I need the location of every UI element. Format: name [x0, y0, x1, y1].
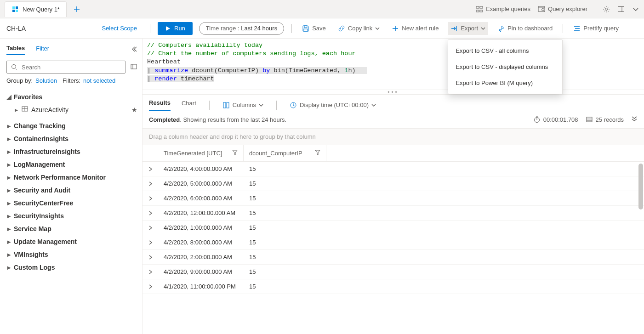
- export-csv-displayed[interactable]: Export to CSV - displayed columns: [448, 59, 562, 75]
- results-tab[interactable]: Results: [149, 99, 171, 111]
- settings-button[interactable]: [603, 6, 610, 13]
- export-label: Export: [461, 25, 478, 32]
- grid-header: TimeGenerated [UTC] dcount_ComputerIP: [142, 145, 644, 162]
- expand-row-button[interactable]: [142, 255, 158, 260]
- export-csv-all[interactable]: Export to CSV - all columns: [448, 43, 562, 59]
- sidebar-tab-filter[interactable]: Filter: [36, 45, 49, 55]
- expand-row-button[interactable]: [142, 167, 158, 171]
- sidebar-category[interactable]: ▸Network Performance Monitor: [6, 171, 137, 184]
- time-range-picker[interactable]: Time range : Last 24 hours: [199, 22, 284, 35]
- expand-row-button[interactable]: [142, 226, 158, 230]
- table-row[interactable]: 4/1/2020, 11:00:00.000 PM15: [142, 279, 644, 294]
- pin-button[interactable]: Pin to dashboard: [495, 22, 555, 35]
- pin-icon: [497, 25, 505, 32]
- sidebar-category[interactable]: ▸Security and Audit: [6, 184, 137, 197]
- query-editor[interactable]: // Computers availability today // Chart…: [142, 39, 644, 90]
- filters-value[interactable]: not selected: [83, 77, 115, 84]
- expand-row-button[interactable]: [142, 196, 158, 201]
- export-powerbi[interactable]: Export to Power BI (M query): [448, 75, 562, 91]
- chevron-down-double-icon: [631, 115, 638, 122]
- favorites-section[interactable]: ◢ Favorites: [6, 91, 137, 102]
- group-by-drop-zone[interactable]: Drag a column header and drop it here to…: [142, 129, 644, 145]
- sidebar-tab-tables[interactable]: Tables: [6, 45, 25, 55]
- sidebar-category[interactable]: ▸LogManagement: [6, 158, 137, 171]
- panel-button[interactable]: [617, 6, 625, 13]
- columns-icon: [222, 102, 230, 109]
- star-icon[interactable]: ★: [131, 106, 137, 113]
- examples-icon: [476, 6, 483, 13]
- expand-row-button[interactable]: [142, 284, 158, 289]
- chevron-down-icon: [481, 26, 485, 31]
- table-row[interactable]: 4/2/2020, 5:00:00.000 AM15: [142, 176, 644, 191]
- expand-row-button[interactable]: [142, 211, 158, 215]
- sidebar-category[interactable]: ▸Custom Logs: [6, 261, 137, 274]
- table-row[interactable]: 4/2/2020, 9:00:00.000 AM15: [142, 265, 644, 279]
- column-header-value[interactable]: dcount_ComputerIP: [244, 145, 326, 161]
- run-button[interactable]: Run: [158, 22, 193, 35]
- export-button[interactable]: Export: [448, 22, 488, 35]
- caret-right-icon: ▸: [6, 161, 11, 168]
- svg-rect-3: [16, 10, 18, 12]
- sidebar-category[interactable]: ▸Service Map: [6, 222, 137, 235]
- table-row[interactable]: 4/2/2020, 6:00:00.000 AM15: [142, 191, 644, 206]
- prettify-button[interactable]: Prettify query: [570, 22, 621, 35]
- collapse-sidebar-button[interactable]: [131, 46, 137, 54]
- favorites-label: Favorites: [14, 93, 42, 101]
- sidebar-category[interactable]: ▸VMInsights: [6, 248, 137, 261]
- example-queries-button[interactable]: Example queries: [476, 6, 530, 13]
- example-queries-label: Example queries: [486, 6, 530, 12]
- status-text: . Showing results from the last 24 hours…: [180, 116, 286, 123]
- export-icon: [450, 25, 458, 32]
- preview-icon: [130, 63, 137, 70]
- select-scope-link[interactable]: Select Scope: [102, 25, 137, 32]
- cell-value: 15: [244, 268, 326, 275]
- favorite-item[interactable]: ▸ AzureActivity ★: [14, 102, 137, 117]
- filter-icon[interactable]: [315, 150, 320, 157]
- display-time-button[interactable]: Display time (UTC+00:00): [290, 102, 376, 109]
- separator: [595, 5, 595, 14]
- filter-icon[interactable]: [232, 150, 238, 157]
- table-row[interactable]: 4/2/2020, 1:00:00.000 AM15: [142, 221, 644, 235]
- sidebar-category[interactable]: ▸SecurityInsights: [6, 209, 137, 222]
- svg-rect-0: [12, 6, 15, 9]
- caret-right-icon: ▸: [6, 251, 11, 258]
- gear-icon: [603, 6, 610, 13]
- caret-down-icon: ◢: [6, 93, 11, 101]
- sidebar-search-input[interactable]: [21, 63, 121, 71]
- query-explorer-button[interactable]: Query explorer: [538, 6, 587, 13]
- copy-link-button[interactable]: Copy link: [335, 22, 382, 35]
- sidebar-category[interactable]: ▸SecurityCenterFree: [6, 197, 137, 209]
- expand-row-button[interactable]: [142, 270, 158, 274]
- expand-all-column[interactable]: [142, 145, 158, 161]
- logs-icon: [11, 6, 19, 13]
- display-time-label: Display time (UTC+00:00): [300, 102, 369, 108]
- column-value-label: dcount_ComputerIP: [249, 150, 302, 157]
- table-row[interactable]: 4/2/2020, 12:00:00.000 AM15: [142, 206, 644, 221]
- more-button[interactable]: [632, 6, 639, 13]
- sidebar-category[interactable]: ▸InfrastructureInsights: [6, 145, 137, 158]
- query-tab[interactable]: New Query 1*: [5, 1, 67, 17]
- sidebar-search[interactable]: [6, 61, 125, 74]
- chart-tab[interactable]: Chart: [182, 100, 196, 110]
- table-row[interactable]: 4/2/2020, 8:00:00.000 AM15: [142, 235, 644, 250]
- save-button[interactable]: Save: [299, 22, 329, 35]
- add-tab-button[interactable]: [73, 6, 80, 13]
- expand-row-button[interactable]: [142, 240, 158, 245]
- groupby-value[interactable]: Solution: [35, 77, 57, 84]
- new-alert-button[interactable]: New alert rule: [389, 22, 441, 35]
- column-header-time[interactable]: TimeGenerated [UTC]: [158, 145, 244, 161]
- scrollbar[interactable]: [638, 164, 643, 209]
- preview-toggle[interactable]: [130, 63, 137, 72]
- expand-row-button[interactable]: [142, 181, 158, 186]
- splitter-handle[interactable]: •••: [142, 90, 644, 95]
- duration-value: 00:00:01.708: [543, 116, 578, 123]
- expand-status-button[interactable]: [631, 115, 638, 124]
- sidebar-category[interactable]: ▸ContainerInsights: [6, 132, 137, 145]
- table-row[interactable]: 4/2/2020, 4:00:00.000 AM15: [142, 162, 644, 176]
- table-row[interactable]: 4/2/2020, 2:00:00.000 AM15: [142, 250, 644, 265]
- columns-button[interactable]: Columns: [222, 102, 263, 109]
- chevron-right-icon: [148, 167, 153, 171]
- sidebar-category[interactable]: ▸Change Tracking: [6, 119, 137, 132]
- groupby-label: Group by:: [6, 77, 33, 84]
- sidebar-category[interactable]: ▸Update Management: [6, 235, 137, 248]
